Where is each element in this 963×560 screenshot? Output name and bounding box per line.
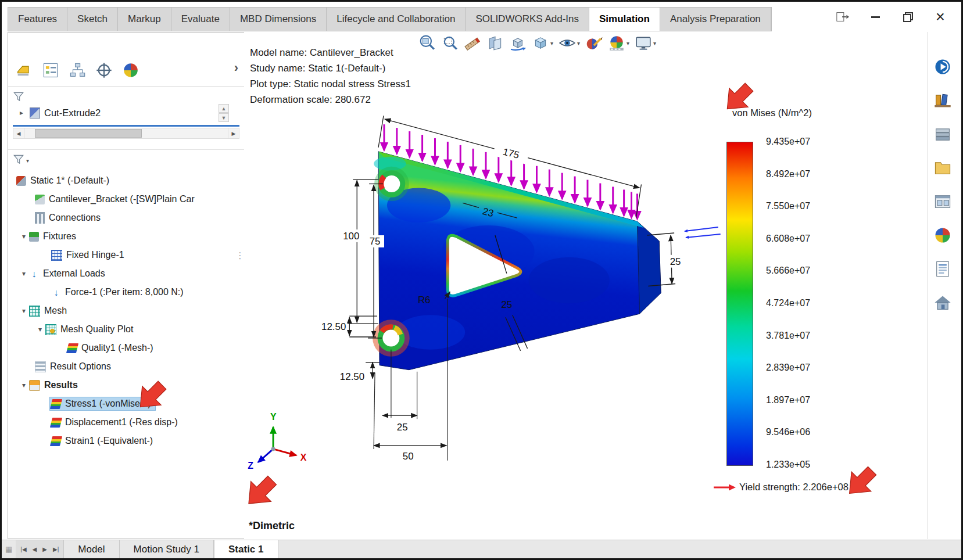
filter-icon	[13, 154, 24, 167]
view-orientation-icon[interactable]: ▾	[532, 34, 553, 52]
collapse-arrow-icon[interactable]: ▾	[20, 381, 28, 389]
restore-icon[interactable]	[901, 10, 915, 24]
displaymanager-tab-icon[interactable]	[122, 62, 139, 81]
triad-z-label: Z	[248, 461, 253, 471]
yield-strength-label: Yield strength: 2.206e+08	[739, 482, 849, 493]
configurationmanager-tab-icon[interactable]	[69, 62, 86, 81]
toolbox-icon[interactable]	[933, 125, 952, 146]
study-name-line: Study name: Static 1(-Default-)	[250, 60, 411, 76]
propertymanager-tab-icon[interactable]	[42, 62, 59, 81]
zoom-to-area-icon[interactable]	[441, 34, 459, 52]
dimension-label: 25	[501, 299, 512, 310]
expand-arrow-icon[interactable]: ▸	[17, 109, 26, 117]
close-icon[interactable]: ×	[933, 10, 947, 24]
reference-triad: Y X Z	[248, 412, 306, 471]
plot-info-text: Model name: Cantilever_Bracket Study nam…	[250, 45, 411, 107]
dimxpertmanager-tab-icon[interactable]	[95, 62, 113, 81]
tree-item-results[interactable]: ▾Results	[8, 376, 244, 394]
scroll-left-icon[interactable]: ◀	[13, 128, 24, 138]
custom-properties-icon[interactable]	[933, 260, 952, 281]
chevron-down-icon[interactable]: ▾	[627, 40, 629, 46]
cut-extrude-feature-icon	[30, 107, 40, 119]
section-view-icon[interactable]	[486, 34, 504, 52]
scroll-right-icon[interactable]: ▶	[228, 128, 239, 138]
graphics-area[interactable]: 175 23 100 75 25 R6	[244, 32, 925, 539]
legend-tick: 1.897e+07	[766, 395, 810, 405]
collapse-arrow-icon[interactable]: ▾	[36, 325, 44, 333]
tree-item-quality1[interactable]: Quality1 (-Mesh-)	[8, 339, 244, 357]
edit-appearance-icon[interactable]	[585, 34, 603, 52]
tree-item-strain1[interactable]: Strain1 (-Equivalent-)	[8, 432, 244, 450]
force-icon: ↓	[51, 288, 61, 297]
ribbon-tab-bar: Features Sketch Markup Evaluate MBD Dime…	[8, 7, 772, 31]
scrollbar-track[interactable]	[24, 128, 228, 138]
next-tab-icon[interactable]: ▶	[40, 545, 50, 554]
scrollbar-thumb[interactable]	[35, 129, 142, 138]
tab-model[interactable]: Model	[64, 540, 119, 558]
study-tree-filter[interactable]: ▾	[8, 149, 244, 168]
first-tab-icon[interactable]: |◀	[17, 545, 29, 554]
tree-item-force[interactable]: ↓Force-1 (:Per item: 8,000 N:)	[8, 283, 244, 301]
view-settings-icon[interactable]: ▾	[635, 34, 656, 52]
tree-item-stress1[interactable]: Stress1 (-vonMises-)	[8, 394, 244, 413]
tree-item-connections[interactable]: Connections	[8, 209, 244, 227]
collapse-arrow-icon[interactable]: ▾	[20, 232, 28, 240]
tab-analysis-preparation[interactable]: Analysis Preparation	[660, 8, 771, 31]
tree-item-mesh-quality-plot[interactable]: ▾Mesh Quality Plot	[8, 320, 244, 339]
legend-tick: 3.781e+07	[766, 331, 810, 341]
legend-tick: 1.233e+05	[766, 460, 810, 470]
flyout-horizontal-scrollbar[interactable]: ◀ ▶	[13, 128, 239, 139]
appearances-scenes-icon[interactable]	[933, 226, 952, 247]
result-options-icon	[35, 361, 46, 372]
tab-features[interactable]: Features	[8, 8, 67, 31]
tree-item-result-options[interactable]: Result Options	[8, 357, 244, 376]
measure-icon[interactable]	[464, 34, 481, 52]
triad-y-label: Y	[270, 412, 277, 422]
chevron-down-icon[interactable]: ▾	[577, 40, 580, 46]
design-library-icon[interactable]	[933, 91, 952, 112]
tab-static-1[interactable]: Static 1	[214, 540, 278, 558]
zoom-to-fit-icon[interactable]	[418, 34, 436, 52]
featuremanager-tree-tab-icon[interactable]	[15, 62, 33, 81]
tab-sketch[interactable]: Sketch	[67, 8, 118, 31]
last-tab-icon[interactable]: ▶|	[50, 545, 62, 554]
view-palette-icon[interactable]	[933, 192, 952, 213]
tree-item-external-loads[interactable]: ▾↓External Loads	[8, 264, 244, 283]
solidworks-resources-icon[interactable]	[933, 58, 952, 78]
tab-mbd-dimensions[interactable]: MBD Dimensions	[230, 8, 327, 31]
legend-tick: 8.492e+07	[766, 169, 810, 180]
3d-drawing-view-icon[interactable]	[509, 34, 527, 52]
ribbon-flyout-icon[interactable]	[836, 10, 850, 24]
tab-motion-study-1[interactable]: Motion Study 1	[120, 540, 214, 558]
previous-tab-icon[interactable]: ◀	[30, 545, 40, 554]
filter-icon[interactable]	[13, 91, 24, 104]
file-explorer-icon[interactable]	[933, 159, 952, 180]
minimize-icon[interactable]	[868, 10, 882, 24]
welcome-home-icon[interactable]	[933, 293, 952, 314]
apply-scene-icon[interactable]: ▾	[608, 34, 629, 52]
tab-simulation[interactable]: Simulation	[589, 8, 660, 31]
plot-type-line: Plot type: Static nodal stress Stress1	[250, 76, 411, 92]
tree-item-mesh[interactable]: ▾Mesh	[8, 301, 244, 320]
chevron-down-icon[interactable]: ▾	[550, 40, 553, 46]
scroll-down-icon[interactable]: ▼	[219, 113, 229, 122]
tab-evaluate[interactable]: Evaluate	[171, 8, 230, 31]
expand-pane-arrow-icon[interactable]: ›	[234, 60, 238, 76]
tree-item-fixed-hinge[interactable]: Fixed Hinge-1	[8, 246, 244, 264]
collapse-arrow-icon[interactable]: ▾	[20, 307, 28, 315]
flyout-item-cut-extrude2[interactable]: ▸ Cut-Extrude2 ▲ ▼	[13, 104, 239, 121]
pane-splitter-handle[interactable]: ⋮	[237, 237, 244, 274]
tab-lifecycle-collaboration[interactable]: Lifecycle and Collaboration	[327, 8, 466, 31]
manager-pane-tabs: ›	[8, 33, 244, 87]
collapse-arrow-icon[interactable]: ▾	[20, 270, 28, 278]
tree-item-part[interactable]: Cantilever_Bracket (-[SW]Plain Car	[8, 190, 244, 209]
scroll-up-icon[interactable]: ▲	[219, 104, 229, 113]
tree-item-displacement1[interactable]: Displacement1 (-Res disp-)	[8, 413, 244, 432]
chevron-down-icon[interactable]: ▾	[653, 40, 656, 46]
legend-tick: 6.608e+07	[766, 234, 810, 244]
tab-solidworks-add-ins[interactable]: SOLIDWORKS Add-Ins	[466, 8, 589, 31]
tree-item-study[interactable]: Static 1* (-Default-)	[8, 171, 244, 190]
tree-item-fixtures[interactable]: ▾Fixtures	[8, 227, 244, 246]
tab-markup[interactable]: Markup	[118, 8, 171, 31]
hide-show-items-icon[interactable]: ▾	[559, 34, 580, 52]
